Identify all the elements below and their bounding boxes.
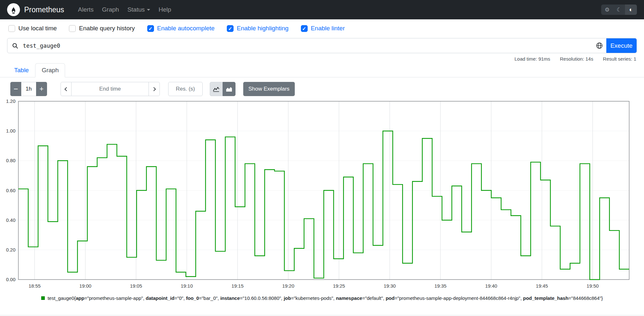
dark-theme-moon-icon[interactable]: ☾ xyxy=(613,5,625,15)
svg-text:19:30: 19:30 xyxy=(384,283,396,289)
line-chart-toggle-button[interactable] xyxy=(210,82,223,96)
enable-linter-checkbox[interactable]: ✓ xyxy=(301,25,308,32)
enable-query-history-checkbox[interactable] xyxy=(69,25,76,32)
nav-links: Alerts Graph Status Help xyxy=(74,4,175,16)
line-chart-icon xyxy=(213,86,219,92)
chevron-left-icon xyxy=(64,87,69,91)
flame-icon xyxy=(10,6,17,14)
option-highlighting: ✓ Enable highlighting xyxy=(227,25,289,32)
tab-graph[interactable]: Graph xyxy=(35,63,65,77)
previous-time-button[interactable] xyxy=(61,82,72,96)
option-linter: ✓ Enable linter xyxy=(301,25,345,32)
graph-canvas[interactable]: 18:5519:0019:0519:1019:1519:2019:2519:30… xyxy=(3,99,634,291)
chevron-right-icon xyxy=(152,87,156,91)
check-icon: ✓ xyxy=(149,26,153,31)
check-icon: ✓ xyxy=(302,26,306,31)
option-use-local-time: Use local time xyxy=(8,25,57,32)
svg-text:0.20: 0.20 xyxy=(6,247,15,252)
enable-highlighting-label[interactable]: Enable highlighting xyxy=(237,25,289,32)
tab-table[interactable]: Table xyxy=(8,63,35,77)
use-local-time-label[interactable]: Use local time xyxy=(18,25,57,32)
enable-highlighting-checkbox[interactable]: ✓ xyxy=(227,25,234,32)
svg-text:0.40: 0.40 xyxy=(6,217,15,223)
svg-text:19:45: 19:45 xyxy=(536,283,548,289)
stacked-chart-toggle-button[interactable] xyxy=(223,82,235,96)
svg-text:19:25: 19:25 xyxy=(333,283,345,289)
navbar: Prometheus Alerts Graph Status Help ⚙ ☾ … xyxy=(0,0,644,19)
nav-graph[interactable]: Graph xyxy=(98,4,123,16)
search-icon xyxy=(7,38,23,53)
end-time-input[interactable] xyxy=(72,82,149,96)
series-label: test_gauge0{app="prometheus-sample-app",… xyxy=(48,295,603,301)
svg-text:19:10: 19:10 xyxy=(181,283,193,289)
nav-status-label: Status xyxy=(127,6,145,13)
stacked-chart-icon xyxy=(226,86,232,92)
panel-bottom-border xyxy=(0,315,644,315)
metrics-explorer-globe-icon[interactable] xyxy=(592,38,606,53)
nav-status-dropdown[interactable]: Status xyxy=(123,4,154,16)
series-color-swatch xyxy=(41,296,45,300)
svg-text:0.00: 0.00 xyxy=(6,277,15,282)
chevron-down-icon xyxy=(147,9,150,11)
enable-autocomplete-label[interactable]: Enable autocomplete xyxy=(157,25,215,32)
resolution-stat: Resolution: 14s xyxy=(560,56,593,62)
decrease-range-button[interactable]: − xyxy=(10,82,21,96)
graph-controls: − + Show Exemplars xyxy=(10,82,644,96)
range-input[interactable] xyxy=(21,82,36,96)
svg-text:19:05: 19:05 xyxy=(130,283,142,289)
svg-text:1.00: 1.00 xyxy=(6,128,15,133)
enable-query-history-label[interactable]: Enable query history xyxy=(79,25,135,32)
options-bar: Use local time Enable query history ✓ En… xyxy=(8,24,644,33)
series-legend-item[interactable]: test_gauge0{app="prometheus-sample-app",… xyxy=(0,295,644,301)
prometheus-logo[interactable] xyxy=(7,3,20,16)
svg-text:0.80: 0.80 xyxy=(6,158,15,163)
stats-bar: Load time: 91ms Resolution: 14s Result s… xyxy=(0,56,636,62)
query-bar: Execute xyxy=(7,38,637,53)
svg-text:0.60: 0.60 xyxy=(6,188,15,193)
show-exemplars-button[interactable]: Show Exemplars xyxy=(243,82,295,96)
enable-autocomplete-checkbox[interactable]: ✓ xyxy=(147,25,154,32)
execute-button[interactable]: Execute xyxy=(606,38,637,53)
next-time-button[interactable] xyxy=(149,82,160,96)
option-autocomplete: ✓ Enable autocomplete xyxy=(147,25,215,32)
settings-gear-icon[interactable]: ⚙ xyxy=(601,5,613,15)
resolution-input[interactable] xyxy=(168,82,203,96)
prometheus-ui: { "navbar": { "brand": "Prometheus", "it… xyxy=(0,0,644,316)
option-query-history: Enable query history xyxy=(69,25,135,32)
enable-linter-label[interactable]: Enable linter xyxy=(311,25,345,32)
nav-help[interactable]: Help xyxy=(154,4,175,16)
svg-text:19:00: 19:00 xyxy=(79,283,91,289)
svg-text:19:35: 19:35 xyxy=(434,283,447,289)
end-time-group xyxy=(61,82,160,96)
svg-text:19:15: 19:15 xyxy=(232,283,244,289)
increase-range-button[interactable]: + xyxy=(36,82,47,96)
theme-toggle-group: ⚙ ☾ ◐ xyxy=(601,5,637,15)
tab-bar: Table Graph xyxy=(0,63,644,77)
load-time-stat: Load time: 91ms xyxy=(514,56,550,62)
expression-input[interactable] xyxy=(23,38,592,53)
svg-text:18:55: 18:55 xyxy=(29,283,41,289)
use-local-time-checkbox[interactable] xyxy=(8,25,15,32)
auto-theme-contrast-icon[interactable]: ◐ xyxy=(625,5,637,15)
svg-text:1.20: 1.20 xyxy=(6,99,15,104)
result-series-stat: Result series: 1 xyxy=(603,56,636,62)
svg-text:19:40: 19:40 xyxy=(485,283,497,289)
nav-alerts[interactable]: Alerts xyxy=(74,4,98,16)
svg-text:19:20: 19:20 xyxy=(282,283,294,289)
check-icon: ✓ xyxy=(228,26,232,31)
svg-text:19:50: 19:50 xyxy=(587,283,599,289)
graph-panel: 18:5519:0019:0519:1019:1519:2019:2519:30… xyxy=(3,99,644,293)
range-group: − + xyxy=(10,82,47,96)
stacking-toggle-group xyxy=(210,82,235,96)
brand[interactable]: Prometheus xyxy=(24,5,64,14)
